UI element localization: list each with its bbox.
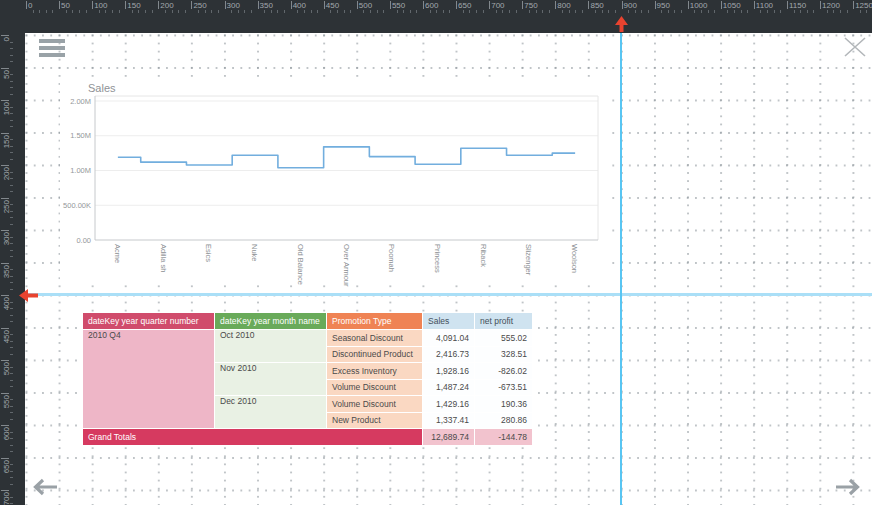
ruler-tick (99, 10, 100, 13)
ruler-tick (10, 315, 13, 316)
ruler-tick (277, 10, 278, 13)
ruler-tick (410, 10, 411, 13)
hamburger-menu-button[interactable] (39, 39, 65, 57)
vertical-guide-marker[interactable] (615, 16, 628, 36)
ruler-tick (238, 10, 239, 13)
ruler-label: 500 (359, 1, 372, 10)
ruler-tick (119, 10, 120, 13)
ruler-tick (436, 10, 437, 13)
ruler-tick (833, 10, 834, 13)
ruler-tick (483, 10, 484, 13)
ruler-tick (615, 10, 616, 13)
ruler-tick (172, 10, 173, 13)
ruler-tick (1, 295, 9, 296)
ruler-tick (297, 10, 298, 13)
col-header-month: dateKey year month name (215, 313, 327, 330)
ruler-tick (10, 497, 13, 498)
ruler-tick (10, 172, 13, 173)
ruler-tick (555, 1, 556, 9)
ruler-tick (39, 10, 40, 13)
ruler-tick (397, 10, 398, 13)
hamburger-icon (39, 39, 65, 43)
ruler-tick (655, 1, 656, 9)
ruler-tick (138, 10, 139, 13)
ruler-tick (774, 10, 775, 13)
grand-total-net-profit: -144.78 (475, 429, 533, 446)
ruler-tick (337, 10, 338, 13)
ruler-tick (10, 243, 13, 244)
design-canvas[interactable]: Sales 2.00M1.50M1.00M500.00K0.00 AcmeAdi… (25, 33, 872, 505)
col-header-quarter: dateKey year quarter number (83, 313, 215, 330)
y-axis-label: 2.00M (60, 97, 91, 106)
ruler-tick (1, 100, 9, 101)
ruler-tick (52, 10, 53, 13)
prev-page-button[interactable] (30, 477, 60, 501)
ruler-tick (72, 10, 73, 13)
col-header-promotion: Promotion Type (327, 313, 423, 330)
ruler-tick (608, 10, 609, 13)
ruler-tick (10, 477, 13, 478)
ruler-tick (304, 10, 305, 13)
ruler-tick (602, 10, 603, 13)
x-axis-label: Acme (113, 244, 122, 263)
ruler-tick (813, 10, 814, 13)
ruler-tick (1, 230, 9, 231)
ruler-tick (1, 328, 9, 329)
month-cell: Oct 2010 (215, 330, 327, 363)
horizontal-guide-marker[interactable] (19, 288, 38, 306)
ruler-tick (10, 159, 13, 160)
close-icon (843, 36, 867, 58)
next-page-button[interactable] (833, 477, 863, 501)
y-axis-label: 1.00M (60, 166, 91, 175)
ruler-label: 300 (227, 1, 240, 10)
ruler-label: 1050 (723, 1, 741, 10)
ruler-tick (780, 10, 781, 13)
ruler-tick (132, 10, 133, 13)
ruler-label: 650 (458, 1, 471, 10)
ruler-tick (529, 10, 530, 13)
ruler-label: 700 (491, 1, 504, 10)
ruler-tick (1, 425, 9, 426)
pivot-table-widget[interactable]: dateKey year quarter number dateKey year… (83, 313, 533, 446)
ruler-tick (86, 10, 87, 13)
ruler-label: 1200 (822, 1, 840, 10)
net-profit-cell: -673.51 (475, 380, 533, 397)
y-axis-label: 1.50M (60, 131, 91, 140)
quarter-cell: 2010 Q4 (83, 330, 215, 429)
y-axis-label: 0.00 (60, 236, 91, 245)
ruler-tick (674, 10, 675, 13)
ruler-tick (10, 87, 13, 88)
ruler-tick (10, 256, 13, 257)
ruler-tick (10, 126, 13, 127)
ruler-label: 150 (127, 1, 140, 10)
col-header-net-profit: net profit (475, 313, 533, 330)
horizontal-guide-line[interactable] (25, 293, 872, 296)
hamburger-icon (39, 46, 65, 50)
net-profit-cell: 555.02 (475, 330, 533, 347)
x-axis-label: Woolson (570, 244, 579, 273)
ruler-tick (10, 380, 13, 381)
ruler-tick (582, 10, 583, 13)
ruler-tick (10, 81, 13, 82)
vertical-guide-line[interactable] (620, 33, 622, 505)
ruler-tick (820, 1, 821, 9)
sales-chart-widget[interactable]: Sales 2.00M1.50M1.00M500.00K0.00 AcmeAdi… (60, 78, 612, 285)
ruler-tick (622, 1, 623, 9)
ruler-label: 600 (425, 1, 438, 10)
ruler-tick (10, 185, 13, 186)
ruler-tick (10, 354, 13, 355)
ruler-tick (244, 10, 245, 13)
close-button[interactable] (843, 36, 867, 58)
ruler-tick (211, 10, 212, 13)
ruler-tick (10, 55, 13, 56)
sales-cell: 1,928.16 (423, 363, 475, 380)
ruler-tick (284, 10, 285, 13)
ruler-label: 1100 (756, 1, 773, 10)
ruler-tick (741, 10, 742, 13)
ruler-tick (10, 347, 13, 348)
ruler-tick (92, 1, 93, 9)
ruler-tick (430, 10, 431, 13)
sales-cell: 2,416.73 (423, 347, 475, 364)
ruler-label: 250 (193, 1, 206, 10)
x-axis-label: Poomah (387, 244, 396, 272)
